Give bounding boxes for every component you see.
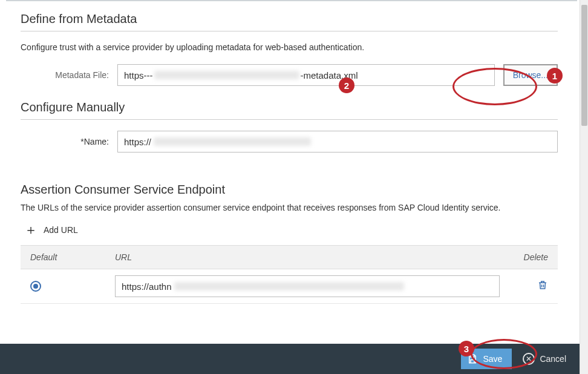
col-header-default: Default — [30, 252, 115, 262]
scrollbar-track[interactable] — [580, 0, 588, 374]
panel-top-border — [6, 0, 577, 1]
save-button-label: Save — [483, 354, 502, 364]
redacted-text — [154, 137, 311, 146]
col-header-url: URL — [115, 252, 500, 262]
metadata-file-prefix: https--- — [124, 70, 153, 80]
ace-description: The URLs of the service provider asserti… — [21, 203, 558, 212]
divider — [21, 31, 558, 31]
add-url-button[interactable]: ＋ Add URL — [21, 223, 558, 237]
default-radio-cell — [30, 281, 115, 292]
add-url-label: Add URL — [44, 225, 78, 235]
metadata-description: Configure trust with a service provider … — [21, 42, 558, 52]
col-header-delete: Delete — [500, 252, 548, 262]
close-icon: ✕ — [523, 353, 535, 365]
metadata-file-input[interactable]: https--- -metadata.xml — [117, 64, 495, 86]
radio-checked-icon — [33, 284, 38, 289]
section-title-ace: Assertion Consumer Service Endpoint — [21, 183, 558, 197]
metadata-file-label: Metadata File: — [21, 70, 117, 80]
metadata-file-input-wrap: https--- -metadata.xml Browse... — [117, 64, 558, 86]
name-value-prefix: https:// — [124, 137, 151, 147]
section-title-metadata: Define from Metadata — [21, 12, 558, 26]
trash-icon[interactable] — [537, 280, 548, 290]
redacted-text — [154, 71, 299, 79]
name-input[interactable]: https:// — [117, 131, 558, 153]
default-radio[interactable] — [30, 281, 41, 292]
ace-section: Assertion Consumer Service Endpoint The … — [21, 183, 558, 304]
ace-table-header: Default URL Delete — [21, 245, 558, 269]
name-row: *Name: https:// — [21, 131, 558, 153]
section-title-manual: Configure Manually — [21, 100, 558, 114]
plus-icon: ＋ — [24, 223, 38, 237]
metadata-file-suffix: -metadata.xml — [301, 70, 358, 80]
cancel-button[interactable]: ✕ Cancel — [523, 353, 566, 365]
browse-button[interactable]: Browse... — [503, 64, 558, 86]
divider — [21, 119, 558, 120]
cancel-button-label: Cancel — [540, 354, 566, 364]
name-label: *Name: — [21, 137, 117, 146]
delete-cell — [500, 280, 548, 293]
table-row: https://authn — [21, 269, 558, 304]
ace-url-input[interactable]: https://authn — [115, 275, 500, 297]
scrollbar-thumb[interactable] — [581, 5, 587, 126]
save-button[interactable]: Save — [461, 349, 512, 369]
main-content: Define from Metadata Configure trust wit… — [0, 0, 578, 304]
metadata-file-row: Metadata File: https--- -metadata.xml Br… — [21, 64, 558, 86]
footer-bar: Save ✕ Cancel — [0, 344, 580, 374]
ace-url-prefix: https://authn — [122, 281, 172, 292]
save-icon — [467, 353, 478, 364]
redacted-text — [174, 282, 404, 290]
